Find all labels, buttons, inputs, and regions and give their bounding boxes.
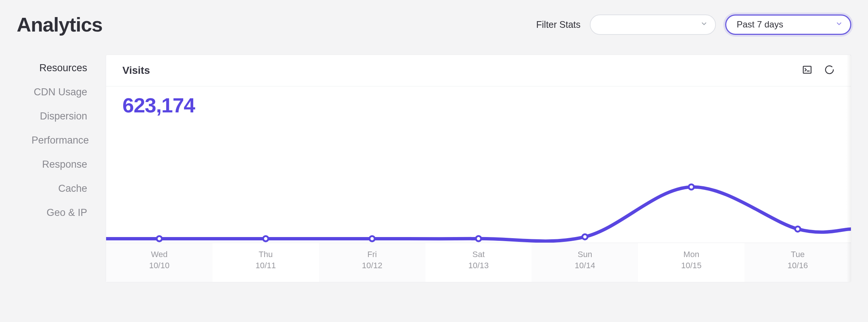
x-tick: Sat10/13 [425, 243, 532, 282]
sidebar-item-resources[interactable]: Resources [32, 56, 87, 80]
chart-point[interactable] [369, 236, 375, 241]
chevron-down-icon [835, 19, 843, 30]
x-tick: Mon10/15 [638, 243, 744, 282]
chart-point[interactable] [689, 184, 694, 190]
chart-point[interactable] [157, 236, 162, 241]
x-tick: Wed10/10 [106, 243, 213, 282]
filter-stats-label: Filter Stats [536, 19, 581, 30]
terminal-icon[interactable] [802, 65, 812, 76]
chart-point[interactable] [582, 234, 588, 239]
x-tick: Tue10/16 [744, 243, 851, 282]
x-tick: Thu10/11 [213, 243, 319, 282]
sidebar: ResourcesCDN UsageDispersionPerformanceR… [17, 55, 87, 282]
chart-point[interactable] [263, 236, 268, 241]
chart-x-axis: Wed10/10Thu10/11Fri10/12Sat10/13Sun10/14… [106, 243, 851, 282]
x-tick: Fri10/12 [319, 243, 425, 282]
date-range-value: Past 7 days [737, 19, 783, 30]
sidebar-item-performance[interactable]: Performance [32, 128, 87, 152]
visits-card: Visits [106, 55, 851, 282]
chart-line [106, 187, 851, 241]
sidebar-item-dispersion[interactable]: Dispersion [32, 104, 87, 128]
metric-value: 623,174 [106, 86, 851, 117]
card-actions [802, 65, 835, 76]
refresh-icon[interactable] [824, 65, 835, 76]
sidebar-item-geo-ip[interactable]: Geo & IP [32, 201, 87, 225]
sidebar-item-response[interactable]: Response [32, 152, 87, 177]
content: ResourcesCDN UsageDispersionPerformanceR… [17, 55, 851, 282]
filter-bar: Filter Stats Past 7 days [536, 14, 851, 35]
svg-rect-0 [803, 66, 811, 73]
sidebar-item-cache[interactable]: Cache [32, 177, 87, 201]
card-title: Visits [122, 65, 150, 76]
filter-stats-select[interactable] [590, 14, 716, 35]
chart-point[interactable] [476, 236, 481, 241]
x-tick: Sun10/14 [532, 243, 638, 282]
chevron-down-icon [700, 19, 708, 30]
date-range-select[interactable]: Past 7 days [725, 14, 851, 35]
sidebar-item-cdn-usage[interactable]: CDN Usage [32, 80, 87, 104]
card-header: Visits [106, 55, 851, 86]
header: Analytics Filter Stats Past 7 days [17, 13, 851, 36]
page-title: Analytics [17, 13, 102, 36]
chart-point[interactable] [795, 226, 800, 231]
visits-chart [106, 120, 851, 243]
